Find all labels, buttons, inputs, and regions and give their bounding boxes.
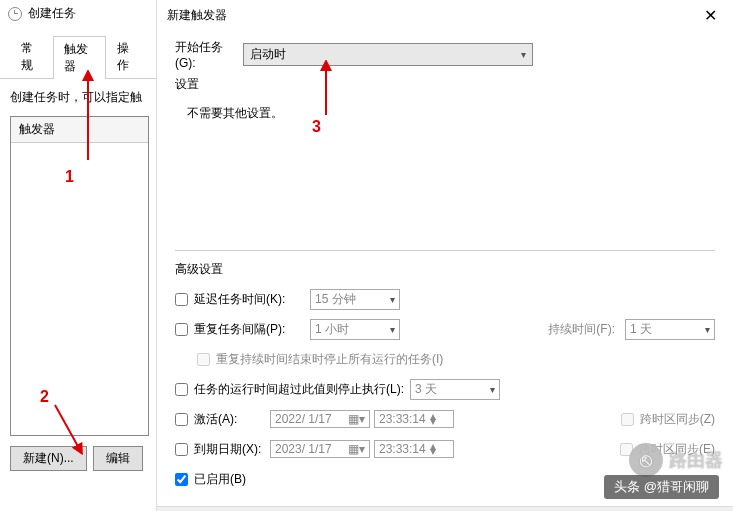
expire-checkbox[interactable] (175, 443, 188, 456)
stop-if-long-checkbox[interactable] (175, 383, 188, 396)
stop-at-end-label: 重复持续时间结束时停止所有运行的任务(I) (216, 351, 443, 368)
triggers-description: 创建任务时，可以指定触 (10, 89, 149, 106)
clock-icon (8, 7, 22, 21)
watermark: ⎋ 路由器 (629, 443, 723, 477)
activate-tz-label: 跨时区同步(Z) (640, 411, 715, 428)
settings-label: 设置 (175, 76, 715, 93)
watermark-router: 路由器 (669, 448, 723, 472)
chevron-down-icon: ▾ (390, 324, 395, 335)
chevron-down-icon: ▾ (521, 49, 526, 60)
expire-label: 到期日期(X): (194, 441, 264, 458)
activate-time[interactable]: 23:33:14▴▾ (374, 410, 454, 428)
duration-label: 持续时间(F): (548, 321, 615, 338)
start-task-label: 开始任务(G): (175, 39, 243, 70)
stop-at-end-checkbox (197, 353, 210, 366)
window-title: 创建任务 (28, 5, 76, 22)
repeat-label: 重复任务间隔(P): (194, 321, 304, 338)
stop-if-long-label: 任务的运行时间超过此值则停止执行(L): (194, 381, 404, 398)
trigger-list-header: 触发器 (11, 117, 148, 143)
activate-checkbox[interactable] (175, 413, 188, 426)
tab-actions[interactable]: 操作 (106, 35, 149, 78)
enabled-label: 已启用(B) (194, 471, 246, 488)
create-task-window: 创建任务 常规 触发器 操作 创建任务时，可以指定触 触发器 新建(N)... … (0, 0, 160, 511)
activate-label: 激活(A): (194, 411, 264, 428)
chevron-down-icon: ▾ (390, 294, 395, 305)
new-trigger-dialog: 新建触发器 ✕ 开始任务(G): 启动时 ▾ 设置 不需要其他设置。 高级设置 … (156, 0, 733, 511)
activate-date[interactable]: 2022/ 1/17▦▾ (270, 410, 370, 428)
tab-triggers[interactable]: 触发器 (53, 36, 106, 79)
calendar-icon: ▦▾ (348, 442, 365, 456)
calendar-icon: ▦▾ (348, 412, 365, 426)
new-trigger-button[interactable]: 新建(N)... (10, 446, 87, 471)
start-task-value: 启动时 (250, 46, 286, 63)
expire-date[interactable]: 2023/ 1/17▦▾ (270, 440, 370, 458)
activate-tz-checkbox (621, 413, 634, 426)
chevron-down-icon: ▾ (705, 324, 710, 335)
dialog-footer: 确定 取消 (157, 506, 733, 511)
spinner-icon: ▴▾ (430, 414, 436, 424)
delay-combo[interactable]: 15 分钟▾ (310, 289, 400, 310)
repeat-checkbox[interactable] (175, 323, 188, 336)
router-icon: ⎋ (629, 443, 663, 477)
stop-if-long-combo[interactable]: 3 天▾ (410, 379, 500, 400)
tab-general[interactable]: 常规 (10, 35, 53, 78)
delay-label: 延迟任务时间(K): (194, 291, 304, 308)
advanced-title: 高级设置 (175, 261, 715, 278)
title-bar: 创建任务 (0, 0, 159, 27)
spinner-icon: ▴▾ (430, 444, 436, 454)
close-button[interactable]: ✕ (698, 6, 723, 25)
duration-combo[interactable]: 1 天▾ (625, 319, 715, 340)
watermark-text: 头条 @猎哥闲聊 (604, 475, 719, 499)
dialog-title-bar: 新建触发器 ✕ (157, 0, 733, 31)
edit-trigger-button[interactable]: 编辑 (93, 446, 143, 471)
dialog-title: 新建触发器 (167, 7, 698, 24)
enabled-checkbox[interactable] (175, 473, 188, 486)
chevron-down-icon: ▾ (490, 384, 495, 395)
no-other-settings-text: 不需要其他设置。 (187, 105, 715, 122)
repeat-interval-combo[interactable]: 1 小时▾ (310, 319, 400, 340)
expire-time[interactable]: 23:33:14▴▾ (374, 440, 454, 458)
delay-checkbox[interactable] (175, 293, 188, 306)
tab-row: 常规 触发器 操作 (0, 27, 159, 79)
start-task-combo[interactable]: 启动时 ▾ (243, 43, 533, 66)
trigger-list[interactable]: 触发器 (10, 116, 149, 436)
